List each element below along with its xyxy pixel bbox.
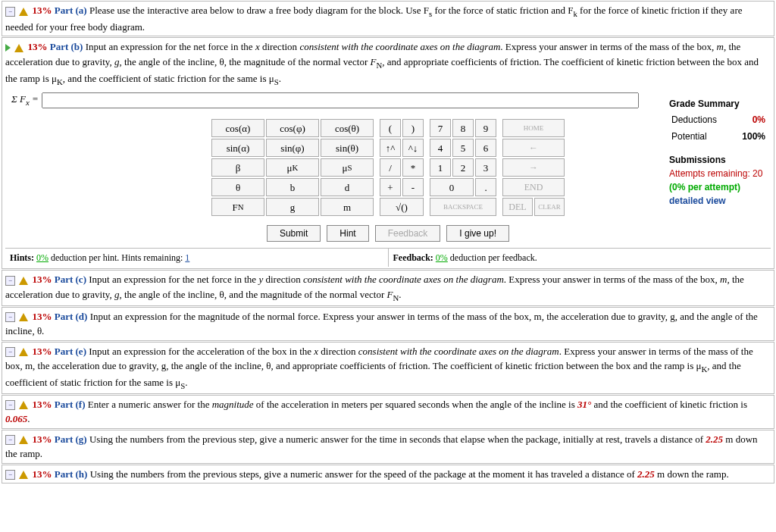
operator-keys: ()↑^^↓/*+-√() bbox=[380, 119, 424, 216]
num-key-3[interactable]: 3 bbox=[475, 158, 496, 177]
nav-key-home[interactable]: HOME bbox=[502, 119, 565, 137]
num-key-6[interactable]: 6 bbox=[475, 139, 496, 157]
var-key-cos[interactable]: cos(α) bbox=[211, 119, 264, 137]
collapse-icon[interactable]: − bbox=[5, 435, 15, 445]
collapse-icon[interactable]: − bbox=[5, 276, 15, 286]
part-text: Using the numbers from the previous step… bbox=[5, 433, 758, 460]
var-key-cos[interactable]: cos(θ) bbox=[321, 119, 374, 137]
hint-feedback-row: Hints: 0% deduction per hint. Hints rema… bbox=[5, 248, 771, 267]
nav-key-del[interactable]: DEL bbox=[502, 198, 533, 216]
backspace-key[interactable]: BACKSPACE bbox=[430, 198, 496, 216]
num-key-dot[interactable]: . bbox=[475, 178, 496, 196]
submissions: Submissions Attempts remaining: 20 (0% p… bbox=[669, 153, 768, 208]
collapse-icon[interactable]: − bbox=[5, 470, 15, 480]
num-key-8[interactable]: 8 bbox=[452, 119, 474, 137]
var-key-[interactable]: θ bbox=[211, 178, 264, 196]
var-key-K[interactable]: μK bbox=[266, 158, 319, 177]
op-key[interactable]: ↑^ bbox=[380, 139, 401, 157]
op-key[interactable]: * bbox=[402, 158, 424, 177]
potential-label: Potential bbox=[671, 129, 732, 144]
feedback-info: Feedback: 0% deduction per feedback. bbox=[388, 249, 771, 267]
submit-button[interactable]: Submit bbox=[267, 225, 321, 242]
expand-icon[interactable] bbox=[5, 44, 11, 52]
warning-icon bbox=[19, 8, 28, 16]
part-d: − 13% Part (d) Input an expression for t… bbox=[2, 307, 774, 341]
attempts-remaining: Attempts remaining: 20 bbox=[669, 167, 768, 180]
part-label: Part (c) bbox=[55, 274, 86, 285]
part-percent: 13% bbox=[33, 399, 52, 410]
num-key-9[interactable]: 9 bbox=[475, 119, 496, 137]
op-key[interactable]: / bbox=[380, 158, 401, 177]
warning-icon bbox=[14, 44, 23, 52]
part-percent: 13% bbox=[33, 468, 52, 480]
op-key[interactable]: ( bbox=[380, 119, 401, 137]
collapse-icon[interactable]: − bbox=[5, 7, 15, 17]
part-text: Input an expression for the acceleration… bbox=[5, 346, 753, 388]
var-key-S[interactable]: μS bbox=[321, 158, 374, 177]
op-key[interactable]: ) bbox=[402, 119, 424, 137]
num-key-5[interactable]: 5 bbox=[452, 139, 474, 157]
num-key-7[interactable]: 7 bbox=[430, 119, 451, 137]
var-key-b[interactable]: b bbox=[266, 178, 319, 196]
deductions-value: 0% bbox=[734, 112, 766, 127]
answer-input[interactable] bbox=[42, 92, 639, 108]
part-text: Please use the interactive area below to… bbox=[5, 5, 742, 33]
sigma-label: Σ Fx = bbox=[11, 92, 39, 108]
detailed-view-link[interactable]: detailed view bbox=[669, 194, 768, 208]
part-text: Using the numbers from the previous step… bbox=[90, 468, 729, 480]
op-key[interactable]: ^↓ bbox=[402, 139, 424, 157]
warning-icon bbox=[19, 436, 28, 444]
var-key-sin[interactable]: sin(θ) bbox=[321, 139, 374, 157]
var-key-m[interactable]: m bbox=[321, 198, 374, 216]
nav-key-clear[interactable]: CLEAR bbox=[534, 198, 565, 216]
var-key-g[interactable]: g bbox=[266, 198, 319, 216]
warning-icon bbox=[19, 313, 28, 321]
var-key-FN[interactable]: FN bbox=[211, 198, 264, 216]
collapse-icon[interactable]: − bbox=[5, 312, 15, 322]
giveup-button[interactable]: I give up! bbox=[446, 225, 509, 242]
warning-icon bbox=[19, 277, 28, 285]
var-key-sin[interactable]: sin(φ) bbox=[266, 139, 319, 157]
part-percent: 13% bbox=[33, 5, 52, 16]
hint-button[interactable]: Hint bbox=[327, 225, 368, 242]
part-text: Input an expression for the net force in… bbox=[5, 274, 744, 300]
var-key-cos[interactable]: cos(φ) bbox=[266, 119, 319, 137]
var-key-d[interactable]: d bbox=[321, 178, 374, 196]
op-key[interactable]: - bbox=[402, 178, 424, 196]
var-key-sin[interactable]: sin(α) bbox=[211, 139, 264, 157]
keypad: cos(α)cos(φ)cos(θ)sin(α)sin(φ)sin(θ)βμKμ… bbox=[5, 113, 771, 222]
part-b: 13% Part (b) Input an expression for the… bbox=[2, 37, 774, 269]
num-key-2[interactable]: 2 bbox=[452, 158, 474, 177]
submissions-title: Submissions bbox=[669, 153, 768, 167]
nav-key-end[interactable]: END bbox=[502, 178, 565, 196]
answer-input-row: Σ Fx = bbox=[11, 92, 765, 108]
part-text: Enter a numeric answer for the magnitude… bbox=[5, 399, 747, 425]
part-percent: 13% bbox=[33, 274, 52, 285]
variable-keys: cos(α)cos(φ)cos(θ)sin(α)sin(φ)sin(θ)βμKμ… bbox=[211, 119, 374, 216]
num-key-1[interactable]: 1 bbox=[430, 158, 451, 177]
part-h: − 13% Part (h) Using the numbers from th… bbox=[2, 465, 774, 484]
part-a: − 13% Part (a) Please use the interactiv… bbox=[2, 1, 774, 36]
deductions-label: Deductions bbox=[671, 112, 732, 127]
var-key-[interactable]: β bbox=[211, 158, 264, 177]
nav-keys: HOME←→ENDDELCLEAR bbox=[502, 119, 565, 216]
number-keys: 7894561230.BACKSPACE bbox=[430, 119, 496, 216]
nav-key-→[interactable]: → bbox=[502, 158, 565, 177]
num-key-4[interactable]: 4 bbox=[430, 139, 451, 157]
op-key[interactable]: √() bbox=[380, 198, 424, 216]
op-key[interactable]: + bbox=[380, 178, 401, 196]
collapse-icon[interactable]: − bbox=[5, 347, 15, 357]
warning-icon bbox=[19, 348, 28, 356]
part-g: − 13% Part (g) Using the numbers from th… bbox=[2, 430, 774, 464]
nav-key-←[interactable]: ← bbox=[502, 139, 565, 157]
collapse-icon[interactable]: − bbox=[5, 400, 15, 410]
part-f: − 13% Part (f) Enter a numeric answer fo… bbox=[2, 395, 774, 429]
feedback-button[interactable]: Feedback bbox=[375, 225, 441, 242]
part-c: − 13% Part (c) Input an expression for t… bbox=[2, 270, 774, 305]
action-buttons: Submit Hint Feedback I give up! bbox=[5, 222, 771, 248]
per-attempt: (0% per attempt) bbox=[669, 180, 768, 194]
grade-title: Grade Summary bbox=[669, 97, 768, 111]
num-key-0[interactable]: 0 bbox=[430, 178, 474, 196]
part-label: Part (e) bbox=[55, 346, 86, 357]
grade-summary: Grade Summary Deductions0% Potential100%… bbox=[669, 97, 768, 208]
